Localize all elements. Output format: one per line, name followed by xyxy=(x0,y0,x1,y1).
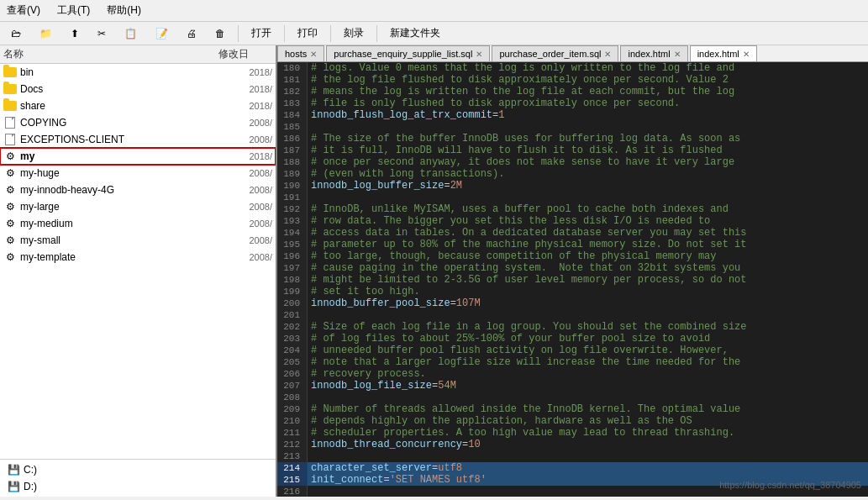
line-content: # of log files to about 25%-100% of your… xyxy=(308,333,868,345)
list-item[interactable]: ⚙ my-template 2008/ xyxy=(0,249,276,266)
file-name: my-huge xyxy=(20,167,230,179)
toolbar-new-folder[interactable]: 新建文件夹 xyxy=(382,24,448,43)
toolbar-icon-7[interactable]: 🖨 xyxy=(179,25,204,42)
toolbar-icon-5[interactable]: 📋 xyxy=(117,25,145,42)
code-line: 214character_set_server=utf8 xyxy=(277,462,868,474)
line-content: innodb_thread_concurrency=10 xyxy=(308,439,868,450)
code-line: 205# note that a larger logfile size wil… xyxy=(277,356,868,368)
toolbar-burn[interactable]: 刻录 xyxy=(336,24,371,43)
menu-view[interactable]: 查看(V) xyxy=(3,2,44,19)
code-editor[interactable]: 180# logs. Value 0 means that the log is… xyxy=(277,62,868,497)
line-number: 192 xyxy=(277,203,308,215)
line-content: innodb_buffer_pool_size=107M xyxy=(308,297,868,309)
menu-help[interactable]: 帮助(H) xyxy=(103,2,145,19)
file-date: 2018/ xyxy=(230,84,272,94)
code-line: 183# file is only flushed to disk approx… xyxy=(277,97,868,109)
toolbar-sep-3 xyxy=(330,25,331,42)
list-item[interactable]: ⚙ my-innodb-heavy-4G 2008/ xyxy=(0,182,276,198)
line-number: 200 xyxy=(277,297,308,309)
code-line: 204# unneeded buffer pool flush activity… xyxy=(277,345,868,356)
tab-hosts-label: hosts xyxy=(285,49,307,59)
file-name: my-template xyxy=(20,251,230,263)
toolbar-open[interactable]: 打开 xyxy=(244,24,279,43)
ini-icon: ⚙ xyxy=(3,200,17,213)
tab-index-2-close[interactable]: ✕ xyxy=(743,50,750,59)
line-number: 199 xyxy=(277,286,308,297)
toolbar-sep-4 xyxy=(376,25,377,42)
line-number: 180 xyxy=(277,62,308,74)
line-content: # row data. The bigger you set this the … xyxy=(308,215,868,227)
code-line: 199# set it too high. xyxy=(277,286,868,297)
list-item[interactable]: ⚙ my-huge 2008/ xyxy=(0,165,276,182)
drive-icon: 💾 xyxy=(7,480,20,493)
toolbar-icon-3[interactable]: ⬆ xyxy=(63,25,87,42)
list-item[interactable]: Docs 2018/ xyxy=(0,81,276,97)
ini-icon: ⚙ xyxy=(3,166,17,180)
drive-d[interactable]: 💾 D:) xyxy=(3,478,272,495)
left-panel-header: 名称 修改日 xyxy=(0,45,276,64)
code-line: 212innodb_thread_concurrency=10 xyxy=(277,439,868,450)
file-icon xyxy=(3,116,17,129)
list-item[interactable]: ⚙ my-large 2008/ xyxy=(0,198,276,215)
tab-index-1-close[interactable]: ✕ xyxy=(674,50,681,59)
line-content: # InnoDB, unlike MyISAM, uses a buffer p… xyxy=(308,203,868,215)
toolbar-icon-4[interactable]: ✂ xyxy=(90,25,113,42)
tab-purchase-enquiry[interactable]: purchase_enquiry_supplie_list.sql ✕ xyxy=(326,45,490,61)
toolbar-icon-2[interactable]: 📁 xyxy=(32,25,60,42)
line-content: # might be limited to 2-3.5G of user lev… xyxy=(308,274,868,286)
list-item[interactable]: bin 2018/ xyxy=(0,64,276,81)
tab-index-1[interactable]: index.html ✕ xyxy=(620,45,687,61)
line-number: 209 xyxy=(277,403,308,415)
line-content: # once per second anyway, it does not ma… xyxy=(308,156,868,168)
toolbar-icon-6[interactable]: 📝 xyxy=(148,25,176,42)
line-number: 211 xyxy=(277,427,308,439)
tab-index-2[interactable]: index.html ✕ xyxy=(690,45,757,62)
menu-tools[interactable]: 工具(T) xyxy=(54,2,93,19)
line-number: 207 xyxy=(277,380,308,392)
file-date: 2018/ xyxy=(230,67,272,77)
line-number: 214 xyxy=(277,462,308,474)
drive-c[interactable]: 💾 C:) xyxy=(3,461,272,478)
code-line: 206# recovery process. xyxy=(277,368,868,380)
file-date: 2008/ xyxy=(230,134,272,145)
list-item[interactable]: EXCEPTIONS-CLIENT 2008/ xyxy=(0,131,276,148)
line-content: # access data in tables. On a dedicated … xyxy=(308,227,868,239)
line-number: 195 xyxy=(277,239,308,250)
code-line: 191 xyxy=(277,192,868,203)
tab-bar: hosts ✕ purchase_enquiry_supplie_list.sq… xyxy=(277,45,868,62)
toolbar-icon-8[interactable]: 🗑 xyxy=(208,25,233,42)
file-list: bin 2018/ Docs 2018/ share 2018/ COPYING… xyxy=(0,64,276,459)
file-name: my xyxy=(20,150,230,162)
line-content xyxy=(308,450,868,462)
file-date: 2008/ xyxy=(230,185,272,195)
line-content: innodb_log_buffer_size=2M xyxy=(308,180,868,192)
tab-hosts[interactable]: hosts ✕ xyxy=(277,45,324,61)
code-line: 185 xyxy=(277,121,868,133)
list-item[interactable]: share 2018/ xyxy=(0,97,276,114)
line-content: # note that a larger logfile size will i… xyxy=(308,356,868,368)
toolbar-sep-2 xyxy=(284,25,285,42)
drive-icon: 💾 xyxy=(7,463,20,476)
tab-purchase-order-close[interactable]: ✕ xyxy=(604,50,611,59)
list-item[interactable]: COPYING 2008/ xyxy=(0,114,276,131)
line-content: # the log file flushed to disk approxima… xyxy=(308,74,868,86)
tab-purchase-order[interactable]: purchase_order_item.sql ✕ xyxy=(492,45,618,61)
line-content: innodb_flush_log_at_trx_commit=1 xyxy=(308,109,868,121)
code-line: 209# Number of threads allowed inside th… xyxy=(277,403,868,415)
code-line: 189# (even with long transactions). xyxy=(277,168,868,180)
ini-icon: ⚙ xyxy=(3,250,17,264)
tab-purchase-enquiry-close[interactable]: ✕ xyxy=(476,50,482,59)
list-item-selected[interactable]: ⚙ my 2018/ xyxy=(0,148,276,165)
list-item[interactable]: ⚙ my-medium 2008/ xyxy=(0,215,276,232)
line-number: 206 xyxy=(277,368,308,380)
line-content: # Size of each log file in a log group. … xyxy=(308,321,868,333)
line-content: # The size of the buffer InnoDB uses for… xyxy=(308,133,868,145)
tab-index-2-label: index.html xyxy=(697,49,739,59)
toolbar-icon-1[interactable]: 🗁 xyxy=(3,25,29,42)
tab-hosts-close[interactable]: ✕ xyxy=(310,50,317,59)
code-lines: 180# logs. Value 0 means that the log is… xyxy=(277,62,868,497)
list-item[interactable]: ⚙ my-small 2008/ xyxy=(0,232,276,249)
toolbar-print[interactable]: 打印 xyxy=(290,24,325,43)
line-number: 216 xyxy=(277,486,308,497)
line-content: # too large, though, because competition… xyxy=(308,250,868,262)
